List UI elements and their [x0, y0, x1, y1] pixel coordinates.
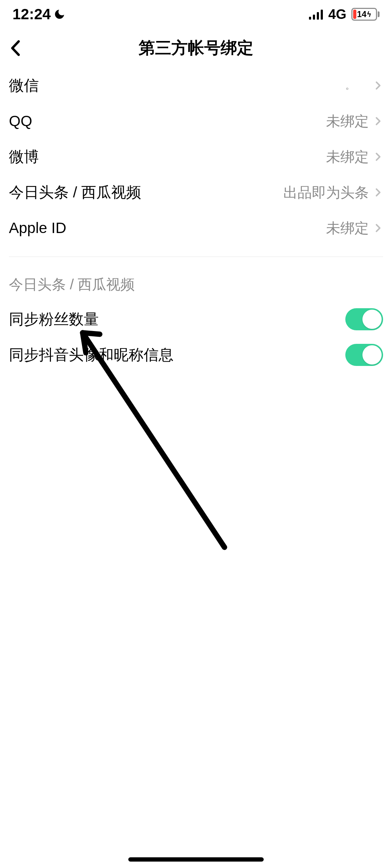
status-left: 12:24	[12, 6, 66, 23]
battery-indicator: 14 ϟ	[351, 8, 380, 21]
battery-percent: 14	[357, 9, 367, 19]
svg-rect-2	[317, 12, 319, 20]
svg-rect-3	[321, 10, 323, 20]
toggle-row-avatar: 同步抖音头像和昵称信息	[9, 337, 383, 373]
cellular-signal-icon	[309, 9, 323, 20]
chevron-right-icon	[373, 152, 383, 162]
chevron-right-icon	[373, 223, 383, 233]
row-label: 微博	[9, 147, 39, 167]
row-value: 未绑定	[326, 112, 369, 131]
navigation-bar: 第三方帐号绑定	[0, 29, 392, 68]
charging-bolt-icon: ϟ	[367, 10, 371, 19]
home-indicator[interactable]	[128, 857, 264, 862]
chevron-right-icon	[373, 81, 383, 91]
toggle-sync-followers[interactable]	[345, 308, 383, 330]
row-value: 。	[345, 79, 355, 92]
accounts-list: 微信 。 QQ 未绑定 微博 未绑定 今日头条 / 西瓜视频 出品即为头条	[0, 68, 392, 373]
svg-rect-1	[313, 15, 315, 20]
toggle-sync-avatar[interactable]	[345, 344, 383, 366]
chevron-right-icon	[373, 187, 383, 197]
row-label: 微信	[9, 76, 39, 95]
account-row-apple-id[interactable]: Apple ID 未绑定	[9, 210, 383, 246]
status-bar: 12:24 4G 14 ϟ	[0, 0, 392, 29]
status-right: 4G 14 ϟ	[309, 7, 380, 22]
page-title: 第三方帐号绑定	[139, 37, 253, 59]
chevron-right-icon	[373, 116, 383, 126]
row-value: 出品即为头条	[283, 183, 369, 202]
svg-rect-0	[309, 17, 311, 20]
row-value: 未绑定	[326, 147, 369, 167]
account-row-toutiao[interactable]: 今日头条 / 西瓜视频 出品即为头条	[9, 175, 383, 210]
section-divider	[9, 257, 383, 257]
network-label: 4G	[328, 7, 346, 22]
account-row-qq[interactable]: QQ 未绑定	[9, 103, 383, 139]
row-label: 今日头条 / 西瓜视频	[9, 182, 141, 202]
account-row-wechat[interactable]: 微信 。	[9, 68, 383, 103]
row-label: 同步粉丝数量	[9, 309, 99, 329]
dnd-moon-icon	[53, 8, 66, 20]
back-button[interactable]	[7, 39, 25, 57]
row-label: Apple ID	[9, 219, 66, 237]
section-title: 今日头条 / 西瓜视频	[9, 275, 383, 294]
account-row-weibo[interactable]: 微博 未绑定	[9, 139, 383, 175]
status-time: 12:24	[12, 6, 51, 23]
toggle-row-followers: 同步粉丝数量	[9, 301, 383, 337]
row-value: 未绑定	[326, 218, 369, 238]
row-label: 同步抖音头像和昵称信息	[9, 345, 174, 365]
row-label: QQ	[9, 113, 32, 130]
